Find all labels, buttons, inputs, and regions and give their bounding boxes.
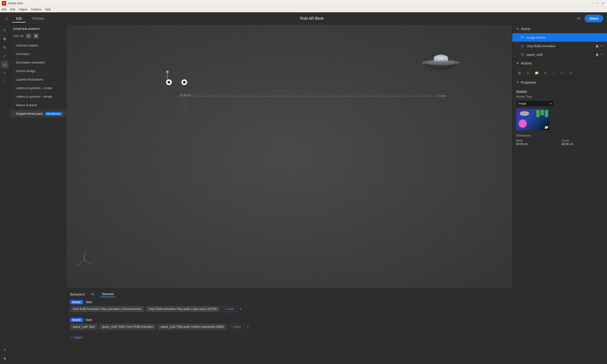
svg-text:Y: Y	[85, 252, 86, 254]
viewport-canvas[interactable]: 3.0 m Z: 3.0 m Y X Z	[67, 25, 512, 288]
add-action-button-2[interactable]: + Action	[229, 324, 244, 330]
export-action-icon[interactable]: ⬇	[542, 69, 548, 76]
filter-image-icon[interactable]: 🖼	[33, 33, 39, 39]
left-toolbar: ↖ ✥ ↻ ⤢ ◎ + ↓ ≡ ★	[0, 25, 10, 364]
add-btn-small-1[interactable]: +	[240, 307, 242, 312]
delete-action-icon[interactable]: 🗑	[516, 69, 523, 76]
toolbar-center: Rubi AR Book	[300, 16, 324, 21]
asset-layered-illus[interactable]: › Layered illustrations	[10, 76, 66, 83]
rotate-tool-icon[interactable]: ↻	[1, 44, 9, 51]
action-chip-2b[interactable]: space_craft: Orbit | Only RUBI Animation	[99, 324, 156, 330]
toolbar-right: ↩ Share	[576, 15, 603, 22]
action-chip-1a[interactable]: Only RUBI Animation: Play animation | Ar…	[70, 306, 144, 312]
scene-item-anchor-label: Image Anchor	[526, 36, 603, 39]
home-button[interactable]: ⌂	[4, 16, 10, 21]
char-pupil-left	[167, 81, 170, 84]
divider	[13, 66, 62, 67]
asset-label: Layered illustrations	[16, 78, 43, 81]
close-button[interactable]: ✕	[601, 1, 605, 5]
lock-icon-spaceship[interactable]: 🔒	[595, 53, 599, 56]
assets-panel: STARTER ASSETS Filter By 3D 🖼 › Abstract…	[10, 25, 67, 364]
menu-object[interactable]: Object	[19, 8, 27, 11]
ar-view-tool-icon[interactable]: ◎	[1, 61, 9, 68]
lock-icon-rubi[interactable]: 🔒	[595, 44, 599, 48]
char-pupil-right	[183, 81, 186, 84]
scene-item-spaceship[interactable]: space_craft 🔒 👁	[512, 50, 607, 59]
asset-origami-forest[interactable]: › Origami forest pack All Selected	[10, 110, 66, 117]
scene-item-image-anchor[interactable]: Image Anchor	[512, 33, 607, 42]
undo-button[interactable]: ↩	[576, 16, 582, 21]
properties-section: ▼ Properties Anchor Anchor Type Image Su…	[512, 78, 607, 364]
ufo-object[interactable]	[417, 44, 465, 72]
anchor-type-select[interactable]: Image Surface World	[516, 100, 554, 107]
undo-action-icon[interactable]: ↩	[559, 69, 566, 76]
add-object-icon[interactable]: +	[1, 69, 9, 77]
toolbar-left: ⌂ Edit Preview	[4, 15, 48, 22]
start-label-1: Start	[86, 300, 92, 304]
eye-icon-rubi[interactable]: 👁	[600, 44, 603, 48]
asset-animation[interactable]: › Animation	[10, 50, 66, 58]
asset-letters-simple[interactable]: › Letters & symbols - simple	[10, 93, 66, 100]
star-icon[interactable]: ★	[1, 354, 9, 362]
menubar: File Edit Object Camera Help	[0, 7, 607, 12]
action-chip-2a[interactable]: space_craft: Spin	[70, 324, 97, 330]
add-action-button-1[interactable]: + Action	[221, 306, 237, 312]
scene-section-header[interactable]: ▼ Scene	[512, 25, 607, 33]
arrow-right	[434, 94, 437, 97]
add-btn-small-2[interactable]: +	[247, 325, 249, 329]
scale-tool-icon[interactable]: ⤢	[1, 52, 9, 60]
preview-ufo	[520, 111, 529, 116]
anchor-type-select-row: Image Surface World	[516, 100, 603, 107]
actions-title: Actions	[521, 61, 532, 65]
select-tool-icon[interactable]: ↖	[1, 26, 9, 34]
minimize-button[interactable]: −	[590, 1, 595, 5]
tab-edit[interactable]: Edit	[12, 15, 26, 22]
copy-action-icon[interactable]: ⎘	[525, 69, 531, 76]
prop-group-anchor: Anchor Anchor Type Image Surface World	[512, 87, 607, 149]
folder-action-icon[interactable]: 📁	[533, 69, 540, 76]
svg-line-4	[78, 260, 84, 265]
maximize-button[interactable]: □	[596, 1, 600, 5]
svg-line-2	[84, 260, 90, 264]
add-trigger-button[interactable]: + Trigger	[70, 336, 82, 339]
swap-action-icon[interactable]: ↕	[550, 69, 557, 76]
filter-3d-icon[interactable]: 3D	[26, 33, 31, 39]
behaviors-tab-all[interactable]: All	[89, 291, 96, 297]
scene-item-rubi-label: Only RUBI Animation	[526, 44, 594, 48]
height-value: 89.99 cm	[562, 143, 604, 146]
chevron-icon: ›	[13, 78, 14, 81]
chevron-icon: ›	[13, 104, 14, 106]
trigger-row-1: Scene: Start Only RUBI Animation: Play a…	[70, 300, 508, 314]
eye-icon-spaceship[interactable]: 👁	[600, 53, 603, 56]
trigger-header-1: Scene: Start	[70, 300, 508, 304]
action-chip-1b[interactable]: Only RUBI Animation: Play audio | alien-…	[146, 306, 219, 312]
chevron-icon: ›	[13, 70, 14, 72]
download-icon[interactable]: ↓	[1, 78, 9, 85]
menu-edit[interactable]: Edit	[10, 8, 15, 11]
properties-section-header[interactable]: ▼ Properties	[512, 78, 607, 87]
layers-icon[interactable]: ≡	[1, 346, 9, 353]
actions-section-header[interactable]: ▼ Actions	[512, 59, 607, 67]
asset-abstract-shapes[interactable]: › Abstract shapes	[10, 42, 66, 49]
preview-tree-1	[536, 110, 540, 117]
action-chip-2c[interactable]: space_craft: Play audio | interior-space…	[158, 324, 227, 330]
scene-item-rubi[interactable]: Only RUBI Animation 🔒 👁	[512, 42, 607, 50]
menu-camera[interactable]: Camera	[31, 8, 41, 11]
asset-directable-chars[interactable]: › Directable characters	[10, 59, 66, 66]
preview-folder-icon[interactable]: 📁	[544, 125, 548, 129]
menu-help[interactable]: Help	[45, 8, 51, 11]
tab-preview[interactable]: Preview	[28, 15, 48, 22]
move-tool-icon[interactable]: ✥	[1, 35, 9, 43]
share-button[interactable]: Share	[584, 15, 603, 22]
asset-nature-plants[interactable]: › Nature & plants	[10, 102, 66, 109]
asset-interior-design[interactable]: › Interior design	[10, 67, 66, 75]
start-label-2: Start	[86, 318, 92, 322]
scene-item-controls-spaceship: 🔒 👁	[595, 53, 603, 56]
behaviors-tab-selected[interactable]: Selected	[100, 291, 116, 297]
asset-letters-ornate[interactable]: › Letters & symbols - ornate	[10, 84, 66, 92]
menu-file[interactable]: File	[2, 8, 6, 11]
height-item: Height 89.99 cm	[562, 139, 604, 146]
redo-action-icon[interactable]: ↪	[567, 69, 574, 76]
behaviors-header: Behaviors All Selected	[70, 291, 508, 297]
anchor-group-title[interactable]: Anchor	[516, 90, 603, 93]
